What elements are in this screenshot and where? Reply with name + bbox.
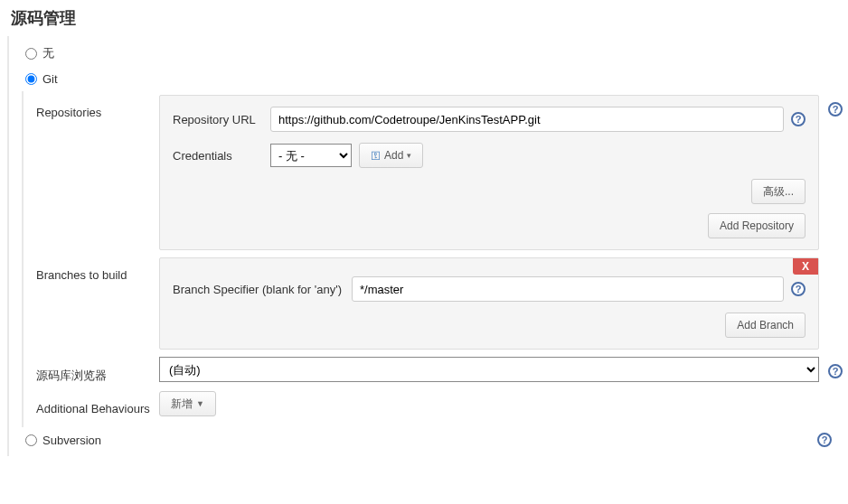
repo-url-input[interactable]: [270, 107, 784, 132]
branch-specifier-input[interactable]: [352, 276, 784, 302]
branch-specifier-label: Branch Specifier (blank for 'any'): [173, 283, 344, 296]
section-title: 源码管理: [0, 0, 848, 36]
delete-branch-button[interactable]: X: [793, 258, 818, 275]
repo-browser-row: 源码库浏览器 (自动) ?: [24, 353, 848, 387]
scm-option-git[interactable]: Git: [9, 67, 848, 91]
credentials-select[interactable]: - 无 -: [270, 144, 352, 167]
repo-browser-select[interactable]: (自动): [159, 357, 819, 382]
add-credentials-label: Add: [384, 149, 403, 162]
scm-option-subversion-row: Subversion ?: [9, 427, 848, 453]
add-behaviour-label: 新增: [171, 397, 193, 412]
credentials-label: Credentials: [173, 149, 263, 163]
help-icon[interactable]: ?: [791, 282, 806, 296]
add-branch-button[interactable]: Add Branch: [725, 313, 806, 338]
chevron-down-icon: ▾: [407, 151, 411, 160]
repository-panel: Repository URL ? Credentials - 无 - ⚿ Add…: [159, 95, 819, 250]
advanced-button[interactable]: 高级...: [751, 179, 806, 204]
radio-subversion-label: Subversion: [42, 434, 101, 447]
behaviours-row: Additional Behaviours 新增 ▼: [24, 387, 848, 420]
add-credentials-button[interactable]: ⚿ Add ▾: [359, 143, 423, 168]
repositories-label: Repositories: [24, 95, 159, 119]
scm-config-area: 无 Git Repositories Repository URL ? Cred…: [7, 36, 848, 456]
repo-browser-label: 源码库浏览器: [24, 357, 159, 384]
scm-option-none[interactable]: 无: [9, 40, 848, 67]
chevron-down-icon: ▼: [196, 399, 204, 408]
add-behaviour-button[interactable]: 新增 ▼: [159, 391, 216, 416]
radio-none-label: 无: [42, 45, 54, 61]
radio-subversion[interactable]: [25, 434, 37, 446]
help-icon[interactable]: ?: [791, 112, 806, 126]
help-icon[interactable]: ?: [828, 102, 843, 117]
scm-option-subversion[interactable]: Subversion: [25, 434, 101, 447]
repositories-row: Repositories Repository URL ? Credential…: [24, 91, 848, 254]
branch-panel: X Branch Specifier (blank for 'any') ? A…: [159, 257, 819, 350]
radio-git[interactable]: [25, 73, 37, 85]
repo-url-label: Repository URL: [173, 113, 263, 126]
radio-git-label: Git: [42, 72, 58, 86]
add-repository-button[interactable]: Add Repository: [708, 213, 806, 238]
git-config-body: Repositories Repository URL ? Credential…: [22, 91, 848, 427]
key-icon: ⚿: [371, 150, 381, 161]
branches-label: Branches to build: [24, 257, 159, 282]
help-icon[interactable]: ?: [817, 433, 832, 447]
branches-row: Branches to build X Branch Specifier (bl…: [24, 254, 848, 353]
radio-none[interactable]: [25, 48, 37, 60]
behaviours-label: Additional Behaviours: [24, 391, 159, 415]
help-icon[interactable]: ?: [828, 364, 843, 378]
